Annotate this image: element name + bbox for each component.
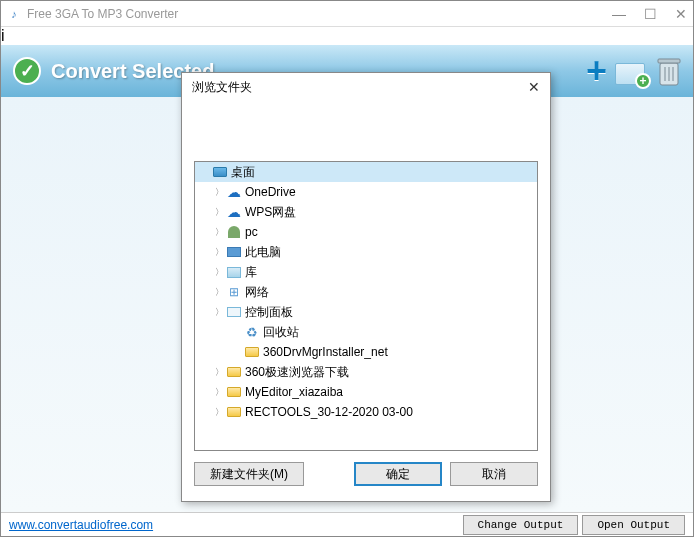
app-icon: ♪ [7, 7, 21, 21]
expand-arrow-icon[interactable]: 〉 [213, 226, 225, 239]
info-icon[interactable]: i [1, 27, 5, 44]
cloud-icon: ☁ [225, 184, 243, 200]
folder-icon [243, 344, 261, 360]
tree-item-label: 回收站 [263, 324, 299, 341]
website-link[interactable]: www.convertaudiofree.com [9, 518, 153, 532]
expand-arrow-icon[interactable]: 〉 [213, 186, 225, 199]
tree-item-label: pc [245, 225, 258, 239]
expand-arrow-icon[interactable]: 〉 [213, 406, 225, 419]
tree-item-label: OneDrive [245, 185, 296, 199]
dialog-body: 〉桌面〉☁OneDrive〉☁WPS网盘〉pc〉此电脑〉库〉⊞网络〉控制面板〉♻… [182, 101, 550, 501]
window-controls: — ☐ ✕ [612, 6, 687, 22]
tree-item-label: RECTOOLS_30-12-2020 03-00 [245, 405, 413, 419]
dialog-titlebar: 浏览文件夹 ✕ [182, 73, 550, 101]
tree-item-label: 网络 [245, 284, 269, 301]
computer-icon [225, 244, 243, 260]
cloud-icon: ☁ [225, 204, 243, 220]
dialog-buttons: 新建文件夹(M) 确定 取消 [194, 451, 538, 489]
tree-item[interactable]: 〉控制面板 [195, 302, 537, 322]
tree-item[interactable]: 〉RECTOOLS_30-12-2020 03-00 [195, 402, 537, 422]
window-title: Free 3GA To MP3 Converter [27, 7, 612, 21]
folder-icon [225, 384, 243, 400]
tree-item[interactable]: 〉桌面 [195, 162, 537, 182]
add-file-icon[interactable]: + [586, 50, 607, 92]
tree-item-label: WPS网盘 [245, 204, 296, 221]
folder-icon [225, 404, 243, 420]
person-icon [225, 224, 243, 240]
footer: www.convertaudiofree.com Change Output O… [1, 512, 693, 536]
close-button[interactable]: ✕ [675, 6, 687, 22]
recycle-icon: ♻ [243, 324, 261, 340]
check-icon: ✓ [13, 57, 41, 85]
expand-arrow-icon[interactable]: 〉 [213, 286, 225, 299]
maximize-button[interactable]: ☐ [644, 6, 657, 22]
tree-item[interactable]: 〉⊞网络 [195, 282, 537, 302]
tree-item[interactable]: 〉库 [195, 262, 537, 282]
folder-tree-scroll[interactable]: 〉桌面〉☁OneDrive〉☁WPS网盘〉pc〉此电脑〉库〉⊞网络〉控制面板〉♻… [195, 162, 537, 450]
expand-arrow-icon[interactable]: 〉 [213, 306, 225, 319]
dialog-close-button[interactable]: ✕ [528, 79, 540, 95]
expand-arrow-icon[interactable]: 〉 [213, 386, 225, 399]
expand-arrow-icon[interactable]: 〉 [213, 246, 225, 259]
toolbar-right-icons: + + [586, 50, 683, 92]
tree-item[interactable]: 〉MyEditor_xiazaiba [195, 382, 537, 402]
tree-item-label: 库 [245, 264, 257, 281]
expand-arrow-icon[interactable]: 〉 [213, 366, 225, 379]
tree-item-label: 此电脑 [245, 244, 281, 261]
dialog-title: 浏览文件夹 [192, 79, 528, 96]
lib-icon [225, 264, 243, 280]
tree-item[interactable]: 〉♻回收站 [195, 322, 537, 342]
open-output-button[interactable]: Open Output [582, 515, 685, 535]
browse-folder-dialog: 浏览文件夹 ✕ 〉桌面〉☁OneDrive〉☁WPS网盘〉pc〉此电脑〉库〉⊞网… [181, 72, 551, 502]
tree-item[interactable]: 〉pc [195, 222, 537, 242]
change-output-button[interactable]: Change Output [463, 515, 579, 535]
cancel-button[interactable]: 取消 [450, 462, 538, 486]
tree-item[interactable]: 〉360极速浏览器下载 [195, 362, 537, 382]
trash-icon[interactable] [655, 54, 683, 88]
folder-tree: 〉桌面〉☁OneDrive〉☁WPS网盘〉pc〉此电脑〉库〉⊞网络〉控制面板〉♻… [194, 161, 538, 451]
titlebar: ♪ Free 3GA To MP3 Converter — ☐ ✕ [1, 1, 693, 27]
tree-item-label: 桌面 [231, 164, 255, 181]
tree-item[interactable]: 〉360DrvMgrInstaller_net [195, 342, 537, 362]
tree-item-label: 360DrvMgrInstaller_net [263, 345, 388, 359]
folder-icon [225, 364, 243, 380]
panel-icon [225, 304, 243, 320]
svg-rect-1 [658, 59, 680, 63]
ok-button[interactable]: 确定 [354, 462, 442, 486]
tree-item-label: MyEditor_xiazaiba [245, 385, 343, 399]
expand-arrow-icon[interactable]: 〉 [213, 266, 225, 279]
tree-item[interactable]: 〉☁WPS网盘 [195, 202, 537, 222]
new-folder-button[interactable]: 新建文件夹(M) [194, 462, 304, 486]
tree-item[interactable]: 〉☁OneDrive [195, 182, 537, 202]
add-folder-icon[interactable]: + [615, 57, 647, 85]
tree-item[interactable]: 〉此电脑 [195, 242, 537, 262]
tree-item-label: 控制面板 [245, 304, 293, 321]
desktop-icon [211, 164, 229, 180]
tree-item-label: 360极速浏览器下载 [245, 364, 349, 381]
expand-arrow-icon[interactable]: 〉 [213, 206, 225, 219]
minimize-button[interactable]: — [612, 6, 626, 22]
network-icon: ⊞ [225, 284, 243, 300]
